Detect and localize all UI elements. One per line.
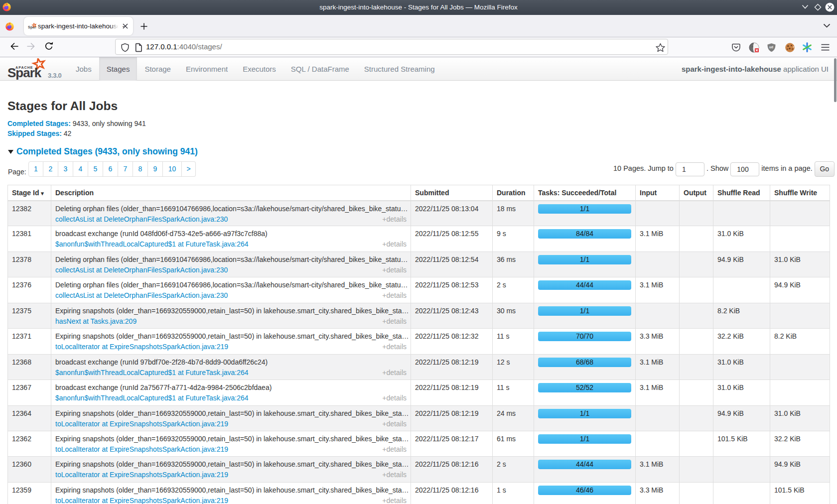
svg-text:Spark: Spark bbox=[7, 65, 42, 80]
svg-text:ud: ud bbox=[769, 45, 773, 49]
